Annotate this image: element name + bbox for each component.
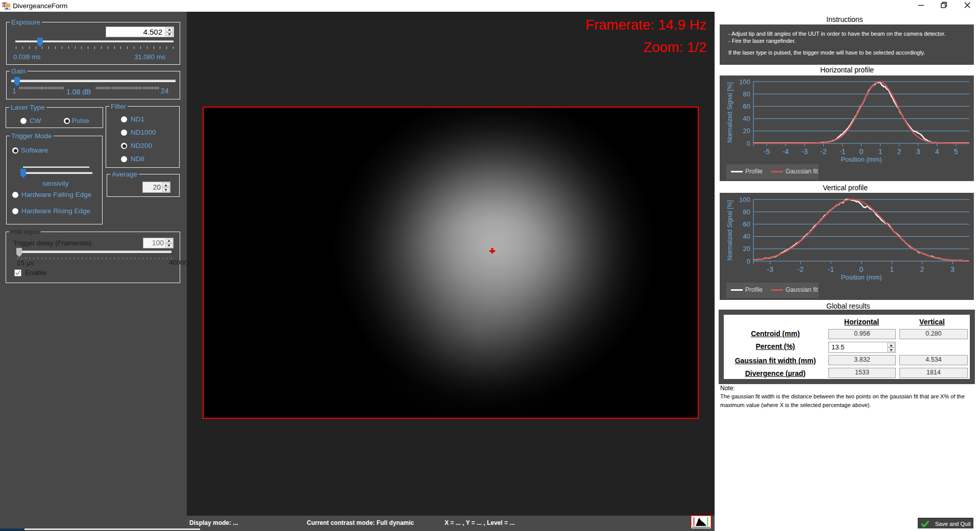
svg-text:Normalized Signal [%]: Normalized Signal [%]: [726, 82, 733, 142]
svg-text:2: 2: [897, 147, 901, 156]
svg-text:3: 3: [950, 265, 954, 273]
svg-text:3: 3: [916, 147, 920, 156]
svg-text:60: 60: [743, 103, 750, 110]
svg-text:5: 5: [954, 147, 958, 156]
svg-text:60: 60: [743, 220, 750, 228]
svg-text:40: 40: [743, 115, 750, 122]
svg-text:80: 80: [743, 208, 750, 216]
svg-text:-5: -5: [764, 147, 770, 156]
svg-text:20: 20: [743, 127, 750, 135]
svg-text:80: 80: [743, 90, 750, 98]
svg-text:Position (mm): Position (mm): [841, 273, 881, 281]
svg-text:Position (mm): Position (mm): [841, 156, 881, 163]
svg-text:1: 1: [878, 147, 883, 156]
svg-text:-2: -2: [797, 265, 804, 273]
svg-text:-1: -1: [839, 147, 846, 156]
svg-text:-3: -3: [767, 265, 774, 273]
svg-text:40: 40: [743, 233, 750, 240]
svg-text:100: 100: [739, 196, 750, 204]
svg-text:4: 4: [935, 147, 939, 156]
svg-text:-2: -2: [820, 147, 827, 156]
svg-text:-1: -1: [828, 265, 835, 273]
svg-text:2: 2: [920, 265, 924, 273]
svg-text:0: 0: [860, 265, 864, 273]
svg-text:0: 0: [747, 140, 750, 147]
svg-text:0: 0: [860, 147, 864, 156]
svg-text:20: 20: [743, 245, 750, 252]
svg-text:-4: -4: [782, 147, 789, 156]
svg-text:-3: -3: [801, 147, 808, 156]
svg-text:0: 0: [747, 258, 750, 265]
svg-text:100: 100: [739, 78, 750, 86]
svg-text:Normalized Signal [%]: Normalized Signal [%]: [726, 200, 733, 260]
svg-text:1: 1: [890, 265, 894, 273]
